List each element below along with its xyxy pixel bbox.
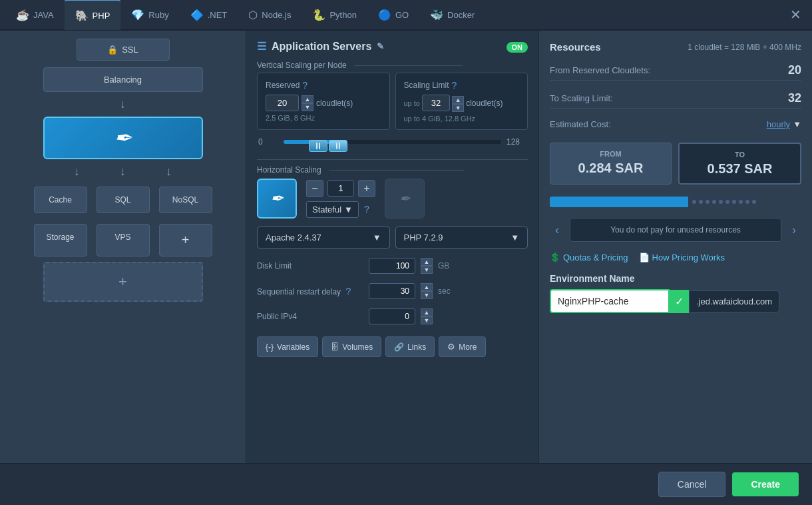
- volumes-icon: 🗄: [331, 342, 339, 352]
- more-button[interactable]: ⚙ More: [439, 336, 485, 357]
- restart-input[interactable]: [369, 283, 415, 299]
- slider-handle-2[interactable]: [329, 140, 347, 152]
- env-name-section: Environment Name ✓ .jed.wafaicloud.com: [550, 273, 801, 313]
- reserved-unit-label: cloudlet(s): [316, 99, 353, 108]
- apache-chevron-icon: ▼: [373, 233, 381, 243]
- scaling-boxes: Reserved ? ▲ ▼ cloudlet(s) 2.5 GiB, 8 GH…: [257, 73, 528, 130]
- volumes-button[interactable]: 🗄 Volumes: [322, 336, 381, 357]
- count-input[interactable]: [327, 180, 354, 197]
- stateful-row: Stateful ▼ ?: [306, 201, 375, 218]
- server-node[interactable]: ✒: [43, 117, 203, 159]
- edit-icon[interactable]: ✎: [377, 41, 384, 51]
- cost-dropdown-icon[interactable]: ▼: [793, 119, 801, 129]
- reserved-decrement[interactable]: ▼: [302, 103, 313, 111]
- php-select[interactable]: PHP 7.2.9 ▼: [395, 227, 528, 249]
- add-env-button[interactable]: +: [43, 262, 203, 302]
- ssl-button[interactable]: 🔒 SSL: [77, 39, 170, 61]
- vps-button[interactable]: VPS: [97, 224, 150, 256]
- tab-python-label: Python: [329, 10, 356, 20]
- dot-7: [732, 200, 736, 204]
- links-button[interactable]: 🔗 Links: [385, 336, 435, 357]
- dot-8: [739, 200, 743, 204]
- to-price-box: TO 0.537 SAR: [678, 143, 801, 185]
- slider-track[interactable]: [284, 135, 501, 149]
- cache-label: Cache: [49, 195, 72, 205]
- carousel-next[interactable]: ›: [787, 221, 801, 240]
- to-scaling-row: To Scaling Limit: 32: [550, 89, 801, 109]
- scaling-limit-input[interactable]: [422, 95, 450, 111]
- count-increment[interactable]: +: [358, 180, 375, 197]
- dot-2: [699, 200, 703, 204]
- apache-select[interactable]: Apache 2.4.37 ▼: [257, 227, 390, 249]
- reserved-help-icon[interactable]: ?: [302, 80, 307, 91]
- tab-ruby[interactable]: 💎 Ruby: [120, 0, 179, 30]
- disk-limit-input[interactable]: [369, 258, 415, 274]
- horizontal-scaling-section: Horizontal Scaling ✒ − +: [257, 159, 528, 219]
- toggle-button[interactable]: ON: [507, 42, 528, 53]
- env-name-input[interactable]: [550, 289, 670, 313]
- count-decrement[interactable]: −: [306, 180, 323, 197]
- slider-bg: [284, 140, 501, 144]
- cost-mode-link[interactable]: hourly: [767, 119, 790, 129]
- estimated-cost-label: Estimated Cost:: [550, 119, 611, 129]
- python-icon: 🐍: [312, 9, 325, 21]
- bottom-nodes: Cache SQL NoSQL: [34, 187, 212, 213]
- stateful-help-icon[interactable]: ?: [364, 204, 369, 215]
- restart-decrement[interactable]: ▼: [421, 291, 433, 299]
- tab-php[interactable]: 🐘 PHP: [65, 0, 121, 30]
- php-label: PHP 7.2.9: [404, 233, 443, 243]
- balancing-button[interactable]: Balancing: [43, 67, 203, 92]
- dialog: ☕ JAVA 🐘 PHP 💎 Ruby 🔷 .NET ⬡ Node.js 🐍 P…: [0, 0, 812, 505]
- docker-icon: 🐳: [430, 9, 443, 21]
- tab-net[interactable]: 🔷 .NET: [180, 0, 238, 30]
- env-name-label: Environment Name: [550, 273, 801, 284]
- variables-button[interactable]: {-} Variables: [257, 336, 318, 357]
- scaling-limit-increment[interactable]: ▲: [452, 96, 464, 104]
- reserved-input[interactable]: [266, 95, 299, 111]
- ipv4-decrement[interactable]: ▼: [421, 316, 433, 324]
- cancel-label: Cancel: [678, 479, 707, 490]
- tab-python[interactable]: 🐍 Python: [302, 0, 367, 30]
- ipv4-input[interactable]: [369, 308, 415, 324]
- restart-unit-label: sec: [438, 286, 451, 296]
- resources-title: Resources: [550, 41, 601, 53]
- restart-help-icon[interactable]: ?: [345, 286, 351, 296]
- stateful-select[interactable]: Stateful ▼: [306, 201, 359, 218]
- carousel-prev[interactable]: ‹: [550, 221, 564, 240]
- server-thumb-icon: ✒: [270, 189, 284, 208]
- reserved-increment[interactable]: ▲: [302, 95, 313, 103]
- java-icon: ☕: [16, 9, 29, 21]
- storage-button[interactable]: Storage: [34, 224, 87, 256]
- more-label: More: [459, 342, 477, 352]
- quotas-label: Quotas & Pricing: [563, 252, 628, 262]
- quotas-link[interactable]: 💲 Quotas & Pricing: [550, 252, 628, 262]
- cache-button[interactable]: Cache: [34, 187, 87, 213]
- ipv4-increment[interactable]: ▲: [421, 308, 433, 316]
- nosql-button[interactable]: NoSQL: [159, 187, 212, 213]
- create-button[interactable]: Create: [732, 472, 799, 496]
- disk-decrement[interactable]: ▼: [421, 266, 433, 274]
- sql-button[interactable]: SQL: [97, 187, 150, 213]
- scaling-limit-decrement[interactable]: ▼: [452, 104, 464, 112]
- slider-handle[interactable]: [309, 140, 327, 152]
- tab-docker[interactable]: 🐳 Docker: [419, 0, 485, 30]
- scaling-limit-help-icon[interactable]: ?: [452, 80, 457, 91]
- doc-icon: 📄: [639, 252, 650, 262]
- cancel-button[interactable]: Cancel: [658, 472, 726, 497]
- tab-java[interactable]: ☕ JAVA: [5, 0, 65, 30]
- ruby-icon: 💎: [131, 9, 144, 21]
- cost-control: hourly ▼: [767, 119, 801, 129]
- reserved-input-row: ▲ ▼ cloudlet(s): [266, 95, 381, 111]
- how-pricing-link[interactable]: 📄 How Pricing Works: [639, 252, 725, 262]
- disk-spinners: ▲ ▼: [421, 258, 433, 274]
- disk-increment[interactable]: ▲: [421, 258, 433, 266]
- section-header: ☰ Application Servers ✎ ON: [257, 40, 528, 53]
- empty-node: ✒: [385, 179, 425, 219]
- add-node-button[interactable]: +: [159, 224, 212, 256]
- close-button[interactable]: ✕: [785, 4, 807, 25]
- slider-max-label: 128: [507, 137, 526, 147]
- restart-increment[interactable]: ▲: [421, 283, 433, 291]
- tab-nodejs[interactable]: ⬡ Node.js: [238, 0, 302, 30]
- tab-go[interactable]: 🔵 GO: [367, 0, 419, 30]
- cloudlet-info: 1 cloudlet = 128 MiB + 400 MHz: [688, 43, 801, 52]
